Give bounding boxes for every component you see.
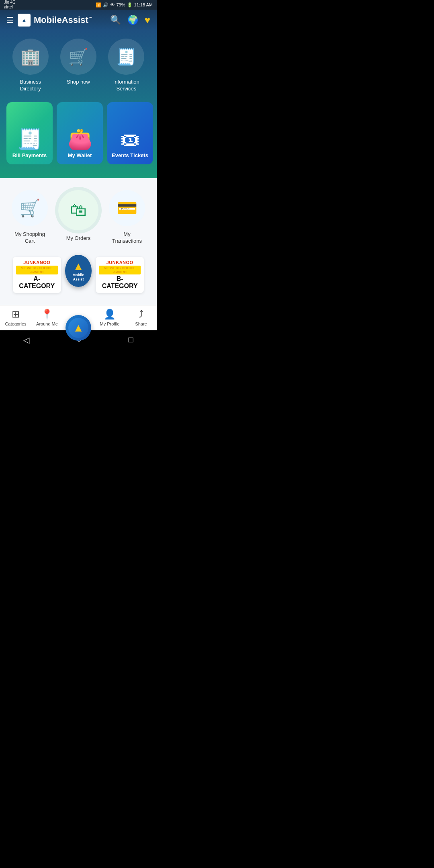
promo-a-category: A- CATEGORY [16, 275, 58, 290]
orders-label: My Orders [66, 235, 91, 242]
globe-icon[interactable]: 🌍 [127, 15, 138, 25]
bottom-navigation: ⊞ Categories 📍 Around Me ▲ 👤 My Profile … [0, 305, 157, 330]
hero-section: 🏢 BusinessDirectory 🛒 Shop now 🧾 Informa… [0, 31, 157, 178]
my-profile-label: My Profile [100, 321, 120, 326]
shop-now-icon: 🛒 [60, 39, 96, 75]
signal-icon: 📶 [96, 2, 101, 8]
carrier-info: Jio 4G airtel [4, 0, 16, 10]
around-me-label: Around Me [36, 321, 58, 326]
header-left: ☰ ▲ MobileAssist™ [6, 14, 92, 27]
transactions-icon: 💳 [109, 190, 145, 226]
promo-a-brand: JUNKANOO [16, 260, 58, 265]
home-fab-button[interactable]: ▲ [66, 315, 91, 341]
wifi-icon: 🔊 [103, 2, 108, 8]
recent-button[interactable]: □ [128, 335, 133, 344]
information-services-label: InformationServices [113, 79, 139, 92]
information-services-icon: 🧾 [108, 39, 144, 75]
white-section: 🛒 My ShoppingCart 🛍 My Orders 💳 MyTransa… [0, 178, 157, 305]
my-items: 🛒 My ShoppingCart 🛍 My Orders 💳 MyTransa… [6, 186, 150, 253]
promo-card-a[interactable]: JUNKANOO VIEWERS CHOICEAWARD A- CATEGORY [13, 257, 61, 293]
header-icons: 🔍 🌍 ♥ [110, 14, 150, 26]
battery-icon: 🔋 [127, 2, 133, 8]
my-wallet-icon: 👛 [68, 129, 92, 149]
my-wallet-card[interactable]: 👛 My Wallet [57, 102, 103, 164]
time-label: 11:18 AM [134, 2, 153, 7]
nav-categories[interactable]: ⊞ Categories [0, 309, 31, 326]
shopping-cart-label: My ShoppingCart [14, 231, 45, 245]
around-me-icon: 📍 [41, 309, 53, 320]
carrier1-label: Jio 4G [4, 0, 16, 5]
status-right: 📶 🔊 👁 79% 🔋 11:18 AM [96, 2, 153, 8]
service-business-directory[interactable]: 🏢 BusinessDirectory [12, 39, 49, 92]
battery-label: 79% [116, 2, 125, 7]
promo-b-brand: JUNKANOO [99, 260, 141, 265]
logo-text: MobileAssist™ [34, 15, 92, 25]
my-transactions-item[interactable]: 💳 MyTransactions [109, 190, 145, 245]
favorites-icon[interactable]: ♥ [145, 14, 150, 26]
eye-icon: 👁 [110, 2, 115, 7]
my-profile-icon: 👤 [104, 309, 116, 320]
service-circles: 🏢 BusinessDirectory 🛒 Shop now 🧾 Informa… [6, 39, 150, 92]
orders-icon: 🛍 [58, 190, 98, 230]
home-fab-inner: ▲ [68, 318, 88, 338]
business-directory-label: BusinessDirectory [20, 79, 41, 92]
hamburger-icon[interactable]: ☰ [6, 15, 14, 25]
shop-now-label: Shop now [67, 79, 90, 86]
my-wallet-label: My Wallet [68, 152, 92, 159]
center-fab-icon: ▲ [73, 260, 84, 273]
logo-mobile: Mobile [34, 15, 62, 25]
bill-payments-label: Bill Payments [12, 152, 47, 159]
my-shopping-cart-item[interactable]: 🛒 My ShoppingCart [12, 190, 48, 245]
carrier2-label: airtel [4, 5, 16, 10]
events-tickets-icon: 🎟 [120, 129, 140, 149]
nav-my-profile[interactable]: 👤 My Profile [94, 309, 125, 326]
home-fab-icon: ▲ [73, 321, 84, 334]
events-tickets-card[interactable]: 🎟 Events Tickets [107, 102, 153, 164]
events-tickets-label: Events Tickets [112, 152, 148, 159]
promo-b-category: B- CATEGORY [99, 275, 141, 290]
back-button[interactable]: ◁ [23, 335, 29, 345]
nav-share[interactable]: ⤴ Share [125, 309, 157, 326]
bill-payments-card[interactable]: 🧾 Bill Payments [6, 102, 53, 164]
business-directory-icon: 🏢 [12, 39, 49, 75]
transactions-label: MyTransactions [112, 231, 142, 245]
promo-a-subtitle: VIEWERS CHOICEAWARD [16, 266, 58, 274]
status-bar: Jio 4G airtel 📶 🔊 👁 79% 🔋 11:18 AM [0, 0, 157, 10]
share-label: Share [135, 321, 147, 326]
logo-tm: ™ [88, 16, 92, 20]
logo-assist: Assist [62, 15, 88, 25]
nav-around-me[interactable]: 📍 Around Me [31, 309, 63, 326]
categories-icon: ⊞ [12, 309, 20, 320]
app-header: ☰ ▲ MobileAssist™ 🔍 🌍 ♥ [0, 10, 157, 31]
center-fab[interactable]: ▲ MobileAssist [65, 255, 92, 287]
promo-b-subtitle: VIEWERS CHOICEAWARD [99, 266, 141, 274]
center-fab-text: MobileAssist [73, 273, 84, 282]
service-information-services[interactable]: 🧾 InformationServices [108, 39, 144, 92]
my-orders-item[interactable]: 🛍 My Orders [58, 190, 98, 245]
promo-section: JUNKANOO VIEWERS CHOICEAWARD A- CATEGORY… [6, 253, 150, 297]
logo-container: ▲ MobileAssist™ [18, 14, 92, 27]
search-icon[interactable]: 🔍 [110, 15, 121, 25]
logo-icon: ▲ [18, 14, 31, 27]
categories-label: Categories [5, 321, 26, 326]
share-icon: ⤴ [139, 309, 143, 320]
feature-cards: 🧾 Bill Payments 👛 My Wallet 🎟 Events Tic… [6, 102, 150, 166]
bill-payments-icon: 🧾 [17, 129, 42, 149]
service-shop-now[interactable]: 🛒 Shop now [60, 39, 96, 92]
shopping-cart-icon: 🛒 [12, 190, 48, 226]
promo-card-b[interactable]: JUNKANOO VIEWERS CHOICEAWARD B- CATEGORY [96, 257, 144, 293]
